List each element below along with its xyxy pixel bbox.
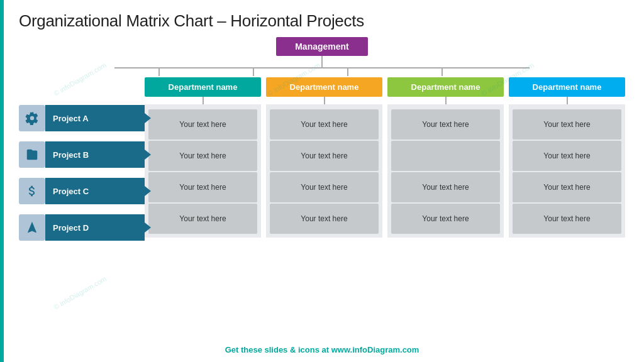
dept4-header: Department name — [509, 77, 625, 97]
dept1-cell-3: Your text here — [148, 172, 257, 202]
footer: Get these slides & icons at www.infoDiag… — [0, 345, 644, 354]
page: © infoDiagram.com © infoDiagram.com © in… — [0, 0, 644, 362]
dept3-vconnect — [445, 97, 447, 104]
dept3-cell-3: Your text here — [391, 172, 500, 202]
dept2-body: Your text here Your text here Your text … — [266, 104, 382, 238]
dept1-cell-4: Your text here — [148, 204, 257, 234]
dept2-drop — [253, 67, 254, 76]
project-column: Project A Project B Project C — [19, 101, 145, 246]
project-row-d: Project D — [19, 211, 145, 244]
dept1-vconnect — [203, 97, 204, 104]
dept-column-4: Department name Your text here Your text… — [509, 77, 625, 238]
project-d-label: Project D — [45, 214, 145, 241]
project-row-a: Project A — [19, 101, 145, 135]
dept1-header: Department name — [145, 77, 261, 97]
dept-column-3: Department name Your text here Your text… — [387, 77, 504, 238]
dept3-body: Your text here Your text here Your text … — [387, 104, 504, 238]
project-c-label: Project C — [45, 178, 145, 204]
dept4-cell-1: Your text here — [513, 109, 621, 140]
dept2-header: Department name — [266, 77, 382, 97]
project-d-icon — [19, 214, 45, 241]
project-c-icon — [19, 178, 45, 204]
dept1-cell-2: Your text here — [148, 141, 257, 171]
project-b-icon — [19, 141, 45, 168]
dept2-vconnect — [324, 97, 325, 104]
dept4-cell-3: Your text here — [513, 172, 621, 202]
project-b-label: Project B — [45, 141, 145, 168]
dept3-header: Department name — [387, 77, 504, 97]
project-row-c: Project C — [19, 174, 145, 208]
page-title: Organizational Matrix Chart – Horizontal… — [19, 11, 625, 31]
dept4-drop — [441, 67, 443, 76]
dept-column-1: Department name Your text here Your text… — [145, 77, 261, 238]
dept4-cell-4: Your text here — [513, 204, 621, 234]
footer-brand: infoDiagram — [352, 345, 400, 354]
management-box: Management — [276, 37, 368, 56]
dept3-cell-2-highlighted — [391, 141, 500, 171]
watermark-4: © infoDiagram.com — [52, 275, 108, 311]
project-a-icon — [19, 105, 45, 131]
dept3-cell-4: Your text here — [391, 204, 500, 234]
dept2-cell-2: Your text here — [270, 141, 379, 171]
dept4-body: Your text here Your text here Your text … — [509, 104, 625, 238]
dept1-drop — [158, 67, 160, 76]
dept2-cell-3: Your text here — [270, 172, 379, 202]
chart-area: Management Project A — [19, 37, 625, 246]
horizontal-connector — [114, 67, 530, 69]
project-row-b: Project B — [19, 138, 145, 172]
dept4-vconnect — [567, 97, 568, 104]
dept3-drop — [347, 67, 348, 76]
main-content: Project A Project B Project C — [19, 77, 625, 246]
dept1-cell-1: Your text here — [148, 109, 257, 140]
project-a-label: Project A — [45, 105, 145, 131]
dept4-cell-2: Your text here — [513, 141, 621, 171]
footer-text-before: Get these slides & icons at www. — [225, 345, 353, 354]
dept2-cell-4: Your text here — [270, 204, 379, 234]
dept2-cell-1: Your text here — [270, 109, 379, 140]
dept3-cell-1: Your text here — [391, 109, 500, 140]
dept-columns: Department name Your text here Your text… — [145, 77, 625, 238]
footer-text-after: .com — [400, 345, 419, 354]
management-connector — [321, 56, 323, 67]
dept1-body: Your text here Your text here Your text … — [145, 104, 261, 238]
dept-column-2: Department name Your text here Your text… — [266, 77, 382, 238]
